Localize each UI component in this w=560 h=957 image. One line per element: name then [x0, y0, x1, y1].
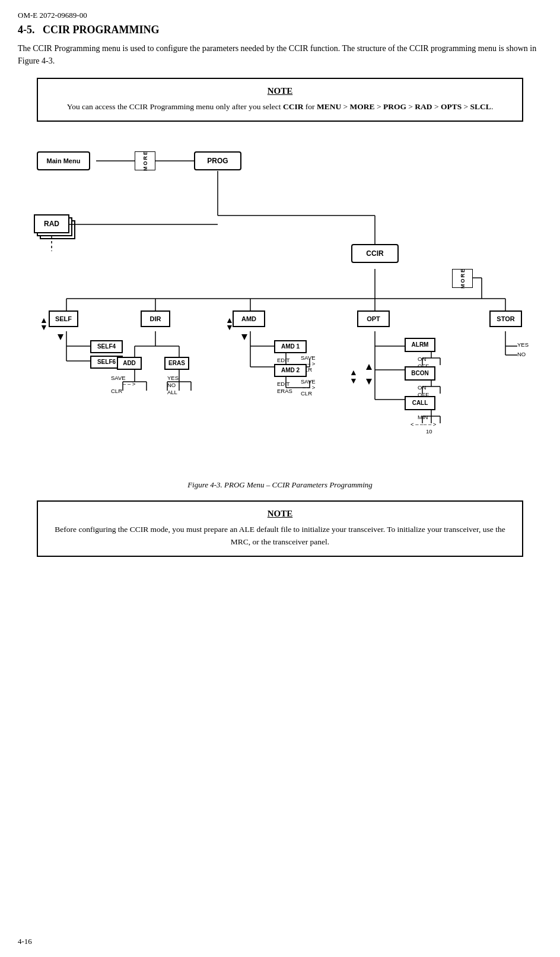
amd2-box: AMD 2	[274, 364, 307, 377]
note-title-1: NOTE	[49, 86, 511, 96]
edit-amd2-label: EDIT	[277, 381, 290, 387]
diagram: Main Menu MORE PROG RAD CCIR MORE SELF ▲…	[19, 132, 541, 477]
section-title: 4-5. CCIR PROGRAMMING	[18, 24, 542, 36]
no-dir-label: NO	[167, 382, 176, 388]
amd-box: AMD	[233, 310, 265, 327]
self-down-arrow: ▼	[40, 322, 48, 332]
note-box-2: NOTE Before configuring the CCIR mode, y…	[37, 500, 523, 557]
add-box: ADD	[117, 357, 142, 370]
dir-box: DIR	[141, 310, 170, 327]
rad-box: RAD	[34, 214, 69, 233]
opt-down-arrow: ▼	[349, 376, 358, 385]
eras-dir-box: ERAS	[164, 357, 189, 370]
self4-box: SELF4	[90, 340, 123, 353]
right-call-label: – – >	[424, 421, 436, 427]
more-right-box: MORE	[452, 269, 473, 288]
self-box: SELF	[49, 310, 78, 327]
all-dir-label: ALL	[167, 389, 177, 395]
eras-amd2-label: ERAS	[277, 388, 292, 394]
dash-dir: – – >	[123, 381, 135, 387]
left-call-label: < – –	[411, 421, 423, 427]
bcon-box: BCON	[405, 366, 435, 381]
svg-marker-66	[58, 334, 63, 340]
svg-marker-68	[241, 334, 247, 340]
doc-id: OM-E 2072-09689-00	[18, 11, 542, 20]
clr-dir-label: CLR	[111, 388, 122, 394]
no-stor-label: NO	[517, 351, 526, 357]
min-label: MIN	[418, 414, 428, 420]
svg-marker-69	[366, 364, 372, 370]
note-text-2: Before configuring the CCIR mode, you mu…	[49, 524, 511, 549]
svg-marker-70	[366, 379, 372, 385]
note-box-1: NOTE You can access the CCIR Programming…	[37, 78, 523, 122]
ccir-box: CCIR	[351, 244, 399, 263]
intro-text: The CCIR Programming menu is used to con…	[18, 42, 542, 67]
clr-amd2-label: CLR	[301, 390, 312, 397]
on-alrm-label: ON	[418, 356, 426, 362]
ten-call-label: 10	[426, 428, 432, 435]
call-box: CALL	[405, 396, 435, 410]
main-menu-box: Main Menu	[37, 151, 90, 170]
more-top-box: MORE	[135, 151, 155, 170]
alrm-box: ALRM	[405, 338, 435, 352]
note-text-1: You can access the CCIR Programming menu…	[49, 101, 511, 113]
amd1-box: AMD 1	[274, 340, 307, 353]
page-number: 4-16	[18, 937, 32, 946]
note-title-2: NOTE	[49, 509, 511, 519]
yes-stor-label: YES	[517, 341, 529, 348]
yes-dir-label: YES	[167, 375, 179, 381]
edit-amd1-label: EDIT	[277, 357, 290, 363]
amd-down-arrow: ▼	[225, 322, 234, 332]
on-bcon-label: ON	[418, 384, 426, 391]
prog-box: PROG	[194, 151, 241, 170]
opt-box: OPT	[357, 310, 390, 327]
stor-box: STOR	[489, 310, 522, 327]
figure-caption: Figure 4-3. PROG Menu – CCIR Parameters …	[18, 480, 542, 490]
